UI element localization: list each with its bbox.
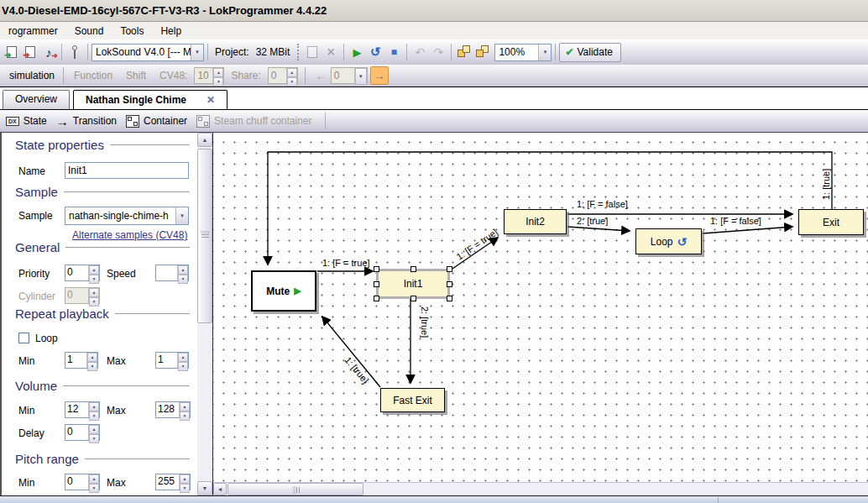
chevron-down-icon[interactable]: ▼: [191, 45, 203, 60]
spin-up-icon[interactable]: ▲: [89, 402, 99, 411]
spin-down-icon[interactable]: ▼: [178, 275, 188, 284]
spin-down-icon[interactable]: ▼: [89, 434, 99, 443]
pitch-min-stepper[interactable]: 0 ▲▼: [65, 474, 100, 490]
selection-handle[interactable]: [410, 266, 416, 272]
alternate-samples-link[interactable]: Alternate samples (CV48): [72, 229, 187, 241]
programmer-button[interactable]: [65, 43, 84, 61]
bring-to-front-button[interactable]: [455, 43, 473, 61]
decoder-select[interactable]: LokSound V4.0 [--- MBit] ▼: [92, 44, 204, 61]
cv48-stepper[interactable]: 10 ▲▼: [194, 67, 224, 84]
state-node-init1[interactable]: Init1: [376, 269, 450, 299]
transition-label[interactable]: 1: [true]: [821, 169, 831, 200]
transition-loop-to-exit[interactable]: [703, 227, 792, 233]
redo-button[interactable]: ↷: [429, 43, 447, 61]
selection-handle[interactable]: [447, 266, 452, 272]
play-button[interactable]: ▶: [348, 43, 366, 61]
selection-handle[interactable]: [374, 281, 379, 287]
send-to-back-button[interactable]: [473, 43, 492, 61]
steam-chuff-tool-button[interactable]: Steam chuff container: [214, 115, 312, 127]
chevron-down-icon[interactable]: ▼: [355, 68, 367, 85]
panel-scrollbar[interactable]: ▲ ▼: [197, 133, 212, 495]
spin-up-icon[interactable]: ▲: [180, 402, 190, 411]
menu-help[interactable]: Help: [152, 24, 190, 39]
state-node-fast-exit[interactable]: Fast Exit: [380, 388, 445, 412]
volume-max-stepper[interactable]: 128 ▲▼: [155, 401, 191, 418]
loop-checkbox[interactable]: [18, 333, 29, 343]
decoder-info-button[interactable]: [303, 43, 322, 61]
chevron-down-icon[interactable]: ▼: [175, 207, 188, 224]
delete-button[interactable]: ✕: [322, 43, 340, 61]
selection-handle[interactable]: [374, 266, 379, 272]
state-node-init2[interactable]: Init2: [504, 209, 567, 234]
spin-up-icon[interactable]: ▲: [87, 353, 97, 362]
transition-label[interactable]: 1: [F = true]: [454, 227, 499, 262]
tab-overview[interactable]: Overview: [3, 90, 70, 109]
selection-handle[interactable]: [447, 296, 452, 301]
spin-down-icon[interactable]: ▼: [213, 77, 223, 86]
scrollbar-thumb[interactable]: [227, 483, 363, 495]
transition-label[interactable]: 1: [F = true]: [322, 258, 370, 268]
tab-close-icon[interactable]: ✕: [207, 92, 215, 109]
spin-up-icon[interactable]: ▲: [89, 474, 99, 484]
transition-label[interactable]: 2: [true]: [577, 216, 608, 226]
chevron-down-icon[interactable]: ▼: [538, 45, 551, 60]
loop-play-button[interactable]: ↺: [366, 43, 384, 61]
spin-down-icon[interactable]: ▼: [180, 411, 190, 421]
spin-up-icon[interactable]: ▲: [287, 68, 297, 77]
repeat-max-stepper[interactable]: 1 ▲▼: [155, 352, 189, 369]
menu-sound[interactable]: Sound: [66, 24, 112, 39]
read-project-button[interactable]: ➜: [3, 43, 21, 61]
spin-down-icon[interactable]: ▼: [89, 297, 99, 307]
priority-stepper[interactable]: 0 ▲▼: [65, 265, 100, 281]
spin-down-icon[interactable]: ▼: [87, 362, 97, 371]
spin-down-icon[interactable]: ▼: [89, 275, 99, 284]
share-stepper[interactable]: 0 ▲▼: [268, 67, 298, 84]
scroll-left-button[interactable]: ◄: [213, 483, 227, 495]
diagram-canvas[interactable]: 1: [true] 1: [F = true] 1: [F = true] 2:…: [212, 133, 868, 495]
delay-stepper[interactable]: 0 ▲▼: [65, 424, 100, 441]
spin-up-icon[interactable]: ▲: [89, 265, 99, 275]
selection-handle[interactable]: [374, 296, 379, 301]
spin-down-icon[interactable]: ▼: [287, 77, 297, 86]
zoom-select[interactable]: 100% ▼: [494, 44, 552, 61]
nav-back-button[interactable]: ←: [312, 66, 331, 85]
transition-label[interactable]: 1: [F = false]: [577, 199, 628, 209]
state-tool-button[interactable]: State: [24, 115, 47, 127]
shift-toggle[interactable]: Shift: [126, 70, 146, 81]
transition-fastexit-to-mute[interactable]: [322, 317, 380, 387]
pitch-max-stepper[interactable]: 255 ▲▼: [155, 474, 191, 490]
transition-tool-button[interactable]: Transition: [73, 115, 117, 127]
state-node-mute[interactable]: Mute ▶: [251, 270, 316, 312]
spin-up-icon[interactable]: ▲: [178, 265, 188, 275]
spin-down-icon[interactable]: ▼: [180, 484, 190, 493]
spin-up-icon[interactable]: ▲: [89, 288, 99, 297]
tab-nathan-single-chime[interactable]: Nathan Single Chime ✕: [73, 90, 227, 109]
canvas-hscrollbar[interactable]: ◄: [213, 482, 868, 495]
write-project-button[interactable]: ➜: [21, 43, 39, 61]
nav-select[interactable]: 0 ▼: [331, 67, 368, 84]
repeat-min-stepper[interactable]: 1 ▲▼: [65, 352, 98, 369]
volume-min-stepper[interactable]: 12 ▲▼: [65, 401, 100, 418]
name-field[interactable]: [65, 162, 189, 179]
sample-select[interactable]: nathan-single-chime-h ▼: [65, 207, 189, 225]
undo-button[interactable]: ↶: [410, 43, 429, 61]
transition-exit-to-mute[interactable]: [268, 152, 832, 265]
write-sound-button[interactable]: ♪➜: [39, 43, 58, 61]
state-node-loop[interactable]: Loop ↺: [635, 228, 702, 254]
spin-up-icon[interactable]: ▲: [213, 68, 223, 77]
stop-button[interactable]: ■: [384, 43, 403, 61]
transition-label[interactable]: 2: [true]: [420, 307, 430, 338]
toolbar-grip[interactable]: [297, 44, 299, 60]
selection-handle[interactable]: [410, 296, 416, 301]
speed-stepper[interactable]: ▲▼: [155, 265, 189, 281]
spin-down-icon[interactable]: ▼: [178, 362, 188, 371]
scrollbar-thumb[interactable]: [197, 149, 212, 323]
nav-forward-button[interactable]: →: [370, 66, 389, 85]
spin-down-icon[interactable]: ▼: [89, 484, 99, 493]
spin-up-icon[interactable]: ▲: [180, 474, 190, 484]
spin-down-icon[interactable]: ▼: [89, 411, 99, 421]
transition-label[interactable]: 1: [F = false]: [710, 216, 761, 226]
menu-tools[interactable]: Tools: [112, 24, 152, 39]
scroll-down-button[interactable]: ▼: [197, 481, 212, 495]
scroll-up-button[interactable]: ▲: [197, 133, 212, 147]
